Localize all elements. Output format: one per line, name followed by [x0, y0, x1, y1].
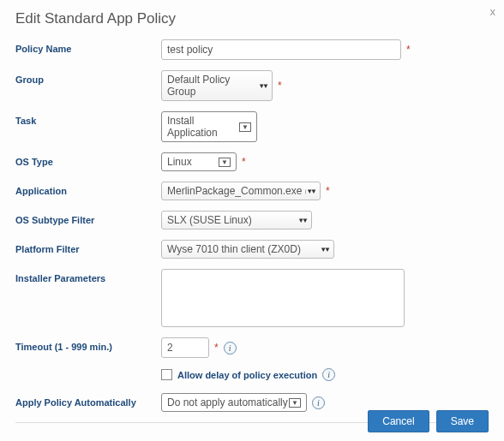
label-os-subtype: OS Subtype Filter: [15, 211, 161, 225]
label-platform: Platform Filter: [15, 240, 161, 254]
installer-parameters-input[interactable]: [161, 269, 405, 327]
label-policy-name: Policy Name: [15, 39, 161, 54]
label-apply-policy: Apply Policy Automatically: [15, 393, 161, 408]
label-timeout: Timeout (1 - 999 min.): [15, 337, 161, 352]
os-type-select[interactable]: Linux ▼: [161, 152, 237, 171]
platform-select[interactable]: Wyse 7010 thin client (ZX0D) ▼▼: [161, 240, 334, 259]
os-type-value: Linux: [167, 156, 192, 168]
task-select[interactable]: Install Application ▼: [161, 111, 257, 142]
chevron-down-icon: ▼▼: [258, 82, 267, 90]
required-asterisk: *: [214, 342, 219, 354]
allow-delay-checkbox[interactable]: [161, 369, 172, 380]
timeout-input[interactable]: [161, 337, 209, 358]
application-value: MerlinPackage_Common.exe (Loc: [167, 185, 306, 197]
chevron-down-icon: ▼: [219, 158, 231, 167]
label-group: Group: [15, 70, 161, 85]
close-icon[interactable]: x: [490, 5, 496, 18]
group-select[interactable]: Default Policy Group ▼▼: [161, 70, 273, 101]
apply-policy-select[interactable]: Do not apply automatically ▼: [161, 393, 307, 412]
label-task: Task: [15, 111, 161, 126]
info-icon[interactable]: i: [322, 368, 335, 381]
label-allow-delay: Allow delay of policy execution: [177, 370, 317, 380]
required-asterisk: *: [326, 185, 330, 197]
required-asterisk: *: [278, 80, 282, 92]
save-button[interactable]: Save: [436, 410, 489, 432]
group-value: Default Policy Group: [167, 74, 258, 98]
required-asterisk: *: [406, 44, 411, 56]
platform-value: Wyse 7010 thin client (ZX0D): [167, 243, 301, 255]
chevron-down-icon: ▼▼: [320, 246, 328, 253]
info-icon[interactable]: i: [312, 396, 325, 409]
cancel-button[interactable]: Cancel: [368, 410, 429, 432]
chevron-down-icon: ▼: [239, 122, 251, 132]
os-subtype-value: SLX (SUSE Linux): [167, 214, 252, 226]
label-application: Application: [15, 182, 161, 196]
policy-name-input[interactable]: [161, 39, 401, 60]
chevron-down-icon: ▼: [289, 398, 301, 408]
apply-policy-value: Do not apply automatically: [167, 396, 288, 408]
required-asterisk: *: [242, 156, 246, 168]
label-installer: Installer Parameters: [15, 269, 161, 283]
info-icon[interactable]: i: [224, 342, 237, 355]
chevron-down-icon: ▼▼: [297, 217, 306, 224]
dialog-title: Edit Standard App Policy: [15, 10, 489, 27]
chevron-down-icon: ▼▼: [306, 188, 315, 195]
label-os-type: OS Type: [15, 152, 161, 167]
os-subtype-select[interactable]: SLX (SUSE Linux) ▼▼: [161, 211, 312, 229]
task-value: Install Application: [167, 115, 239, 139]
application-select[interactable]: MerlinPackage_Common.exe (Loc ▼▼: [161, 182, 321, 200]
